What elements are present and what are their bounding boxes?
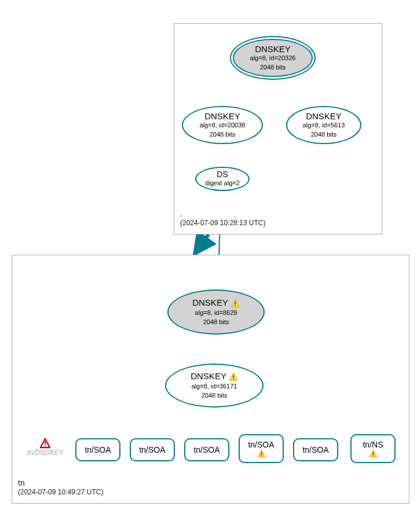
zone-root-timestamp: (2024-07-09 10:28:13 UTC)	[180, 219, 265, 228]
node-title: DS	[217, 170, 228, 178]
warning-icon	[257, 449, 266, 458]
rrset-tn-ns-warn[interactable]: tn/NS	[350, 434, 396, 463]
svg-rect-10	[261, 452, 262, 454]
node-title: DNSKEY	[306, 112, 342, 120]
zone-tn-name: tn	[18, 478, 103, 488]
leaf-label: tn/SOA	[193, 445, 220, 454]
dnskey-root-zsk-5613[interactable]: DNSKEY alg=8, id=5613 2048 bits	[286, 106, 361, 144]
node-sub: 2048 bits	[203, 318, 229, 326]
zone-tn-timestamp: (2024-07-09 10:49:27 UTC)	[18, 488, 103, 497]
rrset-tn-soa[interactable]: tn/SOA	[293, 438, 338, 461]
node-sub: 2048 bits	[311, 131, 337, 138]
node-sub: alg=8, id=5613	[303, 122, 345, 129]
svg-rect-11	[261, 455, 262, 456]
node-title-row: DNSKEY	[191, 372, 238, 381]
node-sub: alg=8, id=20326	[250, 54, 296, 62]
warning-icon	[231, 299, 240, 308]
error-tn-dnskey[interactable]: tn/DNSKEY	[22, 438, 68, 457]
svg-rect-8	[45, 446, 46, 447]
rrset-tn-soa[interactable]: tn/SOA	[130, 438, 175, 461]
node-sub: 2048 bits	[202, 392, 228, 399]
node-title: DNSKEY	[204, 112, 240, 120]
dnskey-root-ksk[interactable]: DNSKEY alg=8, id=20326 2048 bits	[233, 39, 313, 77]
dnskey-tn-zsk[interactable]: DNSKEY alg=8, id=36171 2048 bits	[165, 364, 264, 408]
node-title-row: DNSKEY	[192, 298, 240, 308]
leaf-label: tn/SOA	[139, 445, 165, 454]
rrset-tn-soa[interactable]: tn/SOA	[184, 438, 229, 461]
error-icon	[40, 438, 50, 449]
node-title: DNSKEY	[192, 298, 228, 307]
svg-rect-14	[372, 455, 374, 456]
rrset-tn-soa[interactable]: tn/SOA	[75, 438, 120, 461]
node-sub: alg=8, id=8629	[195, 309, 237, 317]
svg-rect-2	[235, 306, 236, 307]
svg-rect-7	[45, 441, 46, 444]
node-sub: alg=8, id=36171	[192, 383, 237, 390]
node-sub: 2048 bits	[210, 131, 236, 138]
dnskey-tn-ksk[interactable]: DNSKEY alg=8, id=8629 2048 bits	[167, 289, 265, 335]
error-label: tn/DNSKEY	[22, 449, 68, 457]
leaf-label: tn/SOA	[248, 440, 274, 449]
dnskey-root-zsk-20038[interactable]: DNSKEY alg=8, id=20038 2048 bits	[182, 106, 263, 144]
node-sub: 2048 bits	[260, 64, 286, 71]
node-sub: alg=8, id=20038	[200, 122, 246, 129]
ds-root[interactable]: DS digest alg=2	[195, 167, 250, 191]
svg-rect-13	[372, 452, 374, 454]
svg-rect-4	[233, 375, 234, 378]
svg-rect-5	[233, 379, 234, 380]
svg-rect-1	[235, 302, 236, 304]
node-sub: digest alg=2	[205, 179, 240, 187]
rrset-tn-soa-warn[interactable]: tn/SOA	[239, 434, 284, 463]
leaf-label: tn/NS	[363, 440, 383, 449]
node-title: DNSKEY	[191, 371, 226, 381]
zone-root-name: .	[180, 208, 265, 219]
warning-icon	[229, 372, 238, 381]
leaf-label: tn/SOA	[85, 445, 111, 454]
node-title: DNSKEY	[255, 45, 291, 53]
warning-icon	[369, 449, 378, 458]
leaf-label: tn/SOA	[302, 445, 328, 454]
